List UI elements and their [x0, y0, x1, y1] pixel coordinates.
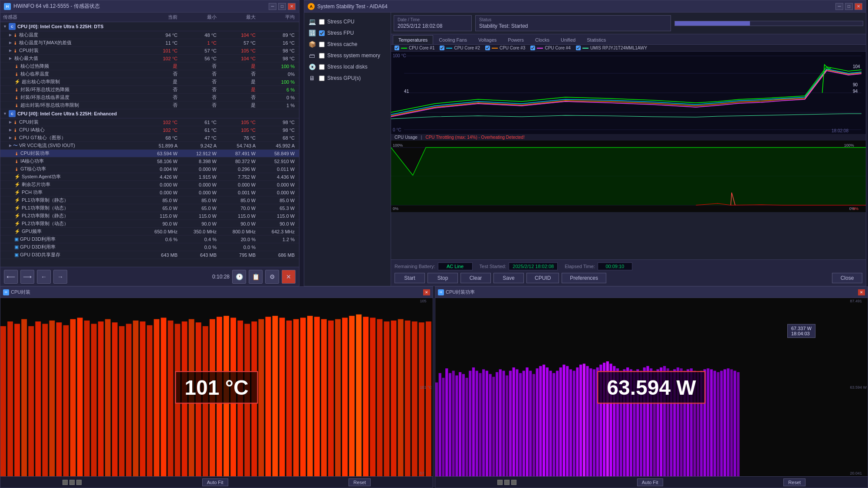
legend-checkbox-CPU Core #3[interactable] [485, 46, 490, 50]
tab-statistics[interactable]: Statistics [581, 35, 612, 44]
hwinfo-close[interactable]: ✕ [288, 3, 296, 10]
stress-memory-icon: 🗃 [308, 51, 316, 60]
save-button[interactable]: Save [493, 273, 524, 283]
svg-rect-98 [486, 371, 488, 476]
hw-table-row[interactable]: 🌡超出封装/环形总线功率限制否否是1 % [0, 102, 299, 109]
hw-table-row[interactable]: 🌡封装/环形总线过热降频否否是6 % [0, 86, 299, 94]
svg-rect-68 [335, 319, 341, 476]
close-button[interactable]: Close [832, 273, 862, 283]
tab-unified[interactable]: Unified [555, 35, 581, 44]
hw-snapshot-icon[interactable]: 📋 [249, 270, 263, 284]
stress-disks-checkbox[interactable] [319, 64, 325, 70]
stress-gpu-checkbox[interactable] [319, 75, 325, 81]
svg-rect-35 [105, 319, 111, 476]
cpu-temp-reset-btn[interactable]: Reset [349, 478, 371, 486]
hw-nav-next[interactable]: ⟶ [20, 270, 34, 284]
hw-table-row[interactable]: 🌡封装/环形总线临界温度否否否0 % [0, 94, 299, 102]
svg-rect-85 [442, 378, 444, 476]
hw-table-row[interactable]: ▶🌡CPU封装102 °C61 °C105 °C98 °C [0, 118, 299, 126]
legend-checkbox-CPU Core #2[interactable] [440, 46, 444, 50]
hw-table-row[interactable]: ▶ 核心最大值102 °C56 °C104 °C98 °C [0, 55, 299, 62]
tab-voltages[interactable]: Voltages [473, 35, 502, 44]
hw-clock-icon[interactable]: 🕐 [232, 270, 246, 284]
svg-rect-171 [730, 369, 733, 476]
hw-table-row[interactable]: ⚡剩余芯片功率0.000 W0.000 W0.000 W0.000 W [0, 181, 299, 189]
hw-table-row[interactable]: ⚡PCH 功率0.000 W0.000 W0.001 W0.000 W [0, 189, 299, 197]
stress-fpu-checkbox[interactable] [319, 30, 325, 36]
svg-rect-87 [449, 373, 451, 476]
hw-table-row[interactable]: ▶〜VR VCC电流 (SVID IOUT)51.899 A9.242 A54.… [0, 142, 299, 150]
hw-table-row[interactable]: 🌡CPU封装功率63.594 W12.912 W87.491 W58.849 W [0, 150, 299, 157]
legend-checkbox-CPU Core #4[interactable] [530, 46, 535, 50]
hw-table-row[interactable]: ⚡GPU频率650.0 MHz350.0 MHz800.0 MHz642.3 M… [0, 228, 299, 236]
legend-checkbox-UMIS RPJYJ1T24MML1AWY[interactable] [576, 46, 581, 50]
svg-rect-112 [533, 374, 535, 476]
stress-memory-checkbox[interactable] [319, 53, 325, 59]
svg-rect-106 [513, 367, 515, 476]
svg-rect-124 [573, 371, 575, 476]
tab-temperatures[interactable]: Temperatures [393, 35, 433, 44]
hwinfo-maximize[interactable]: □ [278, 3, 286, 10]
hw-table-row[interactable]: ▶🌡CPU IA核心102 °C61 °C105 °C98 °C [0, 126, 299, 134]
hw-table-row[interactable]: ▣GPU D3D共享显存643 MB643 MB795 MB686 MB [0, 251, 299, 259]
cpu-usage-chart: 100% 0% 100% 0% 0% [391, 141, 866, 212]
hw-table-row[interactable]: ▶🌡CPU GT核心（图形）68 °C47 °C76 °C68 °C [0, 134, 299, 142]
temp-chart-legend: CPU Core #1CPU Core #2CPU Core #3CPU Cor… [391, 45, 866, 52]
svg-rect-57 [258, 319, 264, 476]
stress-cpu-checkbox[interactable] [319, 19, 325, 25]
hw-table-body: ▼CCPU [#0]: Intel Core Ultra 5 225H: DTS… [0, 22, 299, 267]
stress-item-stress-memory: 🗃Stress system memory [306, 50, 389, 61]
stress-cache-checkbox[interactable] [319, 42, 325, 47]
svg-rect-168 [720, 371, 723, 476]
hw-nav-right[interactable]: → [53, 270, 67, 284]
cpuid-button[interactable]: CPUID [526, 273, 559, 283]
hw-table-row[interactable]: ⚡PL1功率限制（动态）65.0 W65.0 W70.0 W65.3 W [0, 204, 299, 212]
svg-rect-64 [307, 316, 313, 476]
clear-button[interactable]: Clear [460, 273, 491, 283]
svg-rect-169 [723, 369, 726, 476]
hw-table-row[interactable]: 🌡核心临界温度否否否0% [0, 70, 299, 78]
mini-close-cpu-temp[interactable]: ✕ [423, 289, 430, 295]
cpu-power-reset-btn[interactable]: Reset [783, 478, 806, 486]
tab-cooling-fans[interactable]: Cooling Fans [433, 35, 473, 44]
start-button[interactable]: Start [395, 273, 425, 283]
tab-powers[interactable]: Powers [502, 35, 529, 44]
aida-controls: ─ □ ✕ [835, 3, 862, 10]
aida-close[interactable]: ✕ [855, 3, 862, 10]
cpu-power-autofit-btn[interactable]: Auto Fit [637, 478, 663, 486]
mini-close-cpu-power[interactable]: ✕ [858, 289, 865, 295]
cpu-temp-autofit-btn[interactable]: Auto Fit [202, 478, 228, 486]
svg-rect-73 [370, 318, 375, 476]
mini-panel-cpu-temp: H CPU封装 ✕ [0, 286, 433, 488]
legend-checkbox-CPU Core #1[interactable] [395, 46, 399, 50]
stop-button[interactable]: Stop [427, 273, 458, 283]
hw-table-row[interactable]: ▣GPU D3D利用率0.0 %0.0 % [0, 243, 299, 251]
aida-minimize[interactable]: ─ [835, 3, 843, 10]
hw-table-row[interactable]: 🌡IA核心功率58.106 W8.398 W80.372 W52.910 W [0, 157, 299, 165]
hw-table-row[interactable]: ▶🌡核心温度94 °C48 °C104 °C89 °C [0, 31, 299, 39]
preferences-button[interactable]: Preferences [562, 273, 606, 283]
tab-clocks[interactable]: Clocks [529, 35, 555, 44]
svg-rect-97 [482, 369, 485, 476]
hw-table-row[interactable]: ⚡超出核心功率限制是否是100 % [0, 78, 299, 86]
svg-rect-118 [552, 373, 555, 476]
hw-table-row[interactable]: ⚡PL2功率限制（静态）115.0 W115.0 W115.0 W115.0 W [0, 212, 299, 220]
hw-table-row[interactable]: ▶🌡CPU封装101 °C57 °C105 °C98 °C [0, 47, 299, 55]
hw-close-btn[interactable]: ✕ [282, 270, 296, 284]
aida-maximize[interactable]: □ [845, 3, 853, 10]
hw-nav-left[interactable]: ← [37, 270, 51, 284]
hw-table-row[interactable]: ▣GPU D3D利用率0.6 %0.4 %20.0 %1.2 % [0, 236, 299, 243]
legend-CPU-Core-#3: CPU Core #3 [485, 46, 525, 50]
hw-table-row[interactable]: 🌡GT核心功率0.004 W0.000 W0.296 W0.011 W [0, 165, 299, 173]
svg-rect-125 [576, 367, 579, 476]
hw-nav-prev[interactable]: ⟵ [4, 270, 18, 284]
hwinfo-minimize[interactable]: ─ [269, 3, 276, 10]
cpu-temp-y-min: 57 [420, 471, 432, 475]
hw-table-row[interactable]: ⚡PL2功率限制（动态）90.0 W90.0 W90.0 W90.0 W [0, 220, 299, 228]
hw-settings-icon[interactable]: ⚙ [265, 270, 279, 284]
hw-table-row[interactable]: ⚡System Agent功率4.426 W1.915 W7.752 W4.43… [0, 173, 299, 181]
stress-disks-label: Stress local disks [327, 64, 368, 70]
hw-table-row[interactable]: ▶🌡核心温度与TjMAX的差值11 °C1 °C57 °C16 °C [0, 39, 299, 47]
hw-table-row[interactable]: ⚡PL1功率限制（静态）85.0 W85.0 W85.0 W85.0 W [0, 197, 299, 204]
hw-table-row[interactable]: 🌡核心过热降频是否是100 % [0, 62, 299, 70]
